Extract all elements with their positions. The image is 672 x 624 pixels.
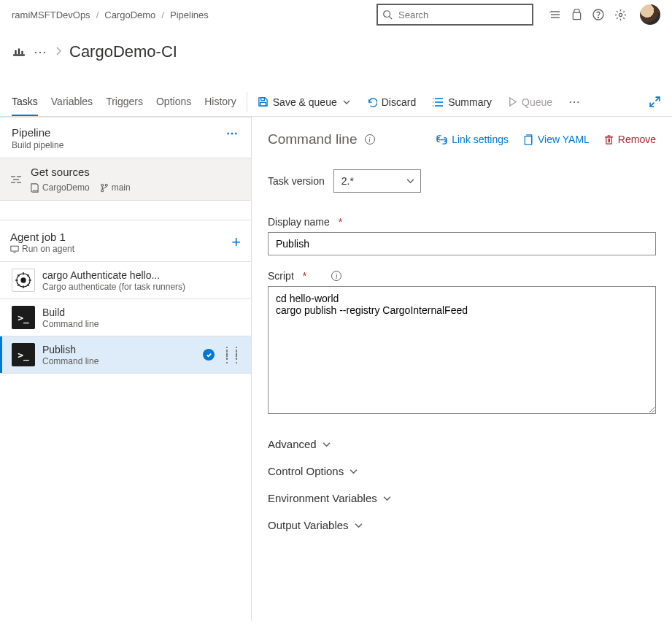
search-box[interactable] bbox=[376, 4, 533, 26]
add-task-button[interactable]: + bbox=[231, 233, 241, 252]
queue-label: Queue bbox=[522, 96, 552, 108]
discard-button[interactable]: Discard bbox=[366, 96, 416, 108]
save-and-queue-button[interactable]: Save & queue bbox=[258, 96, 350, 108]
help-icon[interactable] bbox=[592, 9, 604, 20]
breadcrumb-org[interactable]: ramiMSFTDevOps bbox=[12, 9, 90, 20]
chevron-down-icon bbox=[323, 442, 331, 447]
task-version-label: Task version bbox=[268, 175, 325, 187]
task-title: Publish bbox=[42, 344, 196, 355]
agent-icon bbox=[10, 245, 19, 253]
svg-rect-44 bbox=[525, 136, 531, 144]
breadcrumb-project[interactable]: CargoDemo bbox=[104, 9, 155, 20]
section-env-vars[interactable]: Environment Variables bbox=[268, 485, 656, 512]
get-sources-row[interactable]: Get sources CargoDemo main bbox=[0, 158, 251, 201]
display-name-input[interactable] bbox=[268, 232, 656, 255]
svg-rect-45 bbox=[606, 136, 611, 143]
agent-job-title: Agent job 1 bbox=[10, 231, 224, 243]
task-title: Build bbox=[42, 307, 241, 318]
breadcrumb-section[interactable]: Pipelines bbox=[170, 9, 209, 20]
undo-icon bbox=[366, 97, 377, 107]
work-items-icon[interactable] bbox=[549, 9, 561, 20]
tab-history[interactable]: History bbox=[204, 88, 236, 116]
svg-marker-21 bbox=[510, 98, 516, 106]
svg-rect-13 bbox=[260, 98, 264, 101]
section-advanced-label: Advanced bbox=[268, 438, 317, 450]
pipeline-title: Pipeline bbox=[12, 126, 226, 139]
pipeline-more-button[interactable]: ⋯ bbox=[226, 126, 239, 140]
breadcrumb-sep-icon: / bbox=[96, 9, 99, 20]
tab-options[interactable]: Options bbox=[156, 88, 191, 116]
svg-point-0 bbox=[384, 11, 390, 18]
task-title: cargo Authenticate hello... bbox=[42, 269, 241, 281]
info-icon[interactable]: i bbox=[331, 271, 341, 281]
svg-rect-32 bbox=[11, 246, 18, 251]
link-settings-button[interactable]: Link settings bbox=[436, 134, 509, 145]
link-icon bbox=[436, 135, 447, 145]
view-yaml-label: View YAML bbox=[538, 134, 590, 145]
agent-job-row[interactable]: Agent job 1 Run on agent + bbox=[0, 220, 251, 262]
summary-label: Summary bbox=[448, 96, 492, 108]
svg-rect-10 bbox=[15, 50, 16, 55]
svg-point-8 bbox=[619, 13, 622, 16]
task-subtitle: Command line bbox=[42, 356, 196, 366]
terminal-icon: >_ bbox=[12, 343, 35, 366]
info-icon[interactable]: i bbox=[365, 134, 375, 145]
marketplace-icon[interactable] bbox=[571, 9, 582, 20]
section-control-options-label: Control Options bbox=[268, 465, 344, 477]
avatar[interactable] bbox=[640, 4, 660, 25]
drag-handle[interactable]: ⋮⋮⋮⋮⋮⋮ bbox=[222, 348, 241, 361]
svg-point-31 bbox=[101, 189, 103, 191]
source-branch: main bbox=[112, 182, 131, 193]
task-build[interactable]: >_ Build Command line bbox=[0, 299, 251, 336]
chevron-down-icon bbox=[383, 496, 391, 501]
section-advanced[interactable]: Advanced bbox=[268, 431, 656, 458]
chevron-down-icon bbox=[355, 523, 363, 528]
fullscreen-button[interactable] bbox=[649, 96, 660, 107]
tab-variables[interactable]: Variables bbox=[51, 88, 93, 116]
remove-button[interactable]: Remove bbox=[604, 134, 656, 145]
svg-rect-12 bbox=[21, 51, 23, 55]
trash-icon bbox=[604, 134, 614, 145]
get-sources-title: Get sources bbox=[31, 166, 241, 178]
tab-tasks[interactable]: Tasks bbox=[12, 88, 38, 116]
script-label: Script bbox=[268, 270, 294, 282]
toolbar-more-button[interactable]: ⋯ bbox=[568, 95, 582, 109]
pipeline-header[interactable]: Pipeline Build pipeline ⋯ bbox=[0, 118, 251, 158]
script-textarea[interactable] bbox=[268, 286, 656, 414]
page-title: CargoDemo-CI bbox=[69, 42, 177, 61]
svg-point-29 bbox=[101, 184, 103, 186]
yaml-icon bbox=[523, 134, 533, 145]
repo-icon bbox=[30, 183, 39, 193]
breadcrumb-sep-icon: / bbox=[161, 9, 164, 20]
branch-icon bbox=[100, 183, 109, 193]
svg-point-30 bbox=[105, 184, 107, 186]
chevron-down-icon bbox=[349, 469, 358, 474]
expand-icon bbox=[649, 96, 660, 107]
svg-point-7 bbox=[598, 18, 599, 18]
task-cargo-authenticate[interactable]: cargo Authenticate hello... Cargo authen… bbox=[0, 262, 251, 299]
section-output-vars-label: Output Variables bbox=[268, 519, 349, 531]
terminal-icon: >_ bbox=[12, 306, 35, 329]
rust-icon bbox=[12, 269, 35, 292]
svg-line-1 bbox=[390, 17, 393, 20]
summary-button[interactable]: Summary bbox=[432, 96, 492, 108]
check-icon bbox=[206, 352, 212, 358]
save-and-queue-label: Save & queue bbox=[273, 96, 337, 108]
settings-icon[interactable] bbox=[614, 9, 627, 21]
task-version-select[interactable]: 2.* bbox=[333, 169, 421, 193]
list-icon bbox=[432, 97, 444, 107]
discard-label: Discard bbox=[382, 96, 416, 108]
section-output-vars[interactable]: Output Variables bbox=[268, 512, 656, 539]
view-yaml-button[interactable]: View YAML bbox=[523, 134, 590, 145]
chevron-down-icon bbox=[343, 99, 350, 105]
task-publish[interactable]: >_ Publish Command line ⋮⋮⋮⋮⋮⋮ bbox=[0, 336, 251, 374]
svg-rect-9 bbox=[13, 54, 25, 55]
svg-rect-11 bbox=[18, 49, 20, 55]
chevron-down-icon bbox=[406, 178, 414, 184]
search-input[interactable] bbox=[397, 9, 528, 21]
pipeline-context-menu[interactable]: ⋯ bbox=[34, 45, 47, 58]
link-settings-label: Link settings bbox=[452, 134, 509, 145]
chevron-right-icon bbox=[55, 46, 62, 58]
section-control-options[interactable]: Control Options bbox=[268, 458, 656, 485]
tab-triggers[interactable]: Triggers bbox=[106, 88, 143, 116]
